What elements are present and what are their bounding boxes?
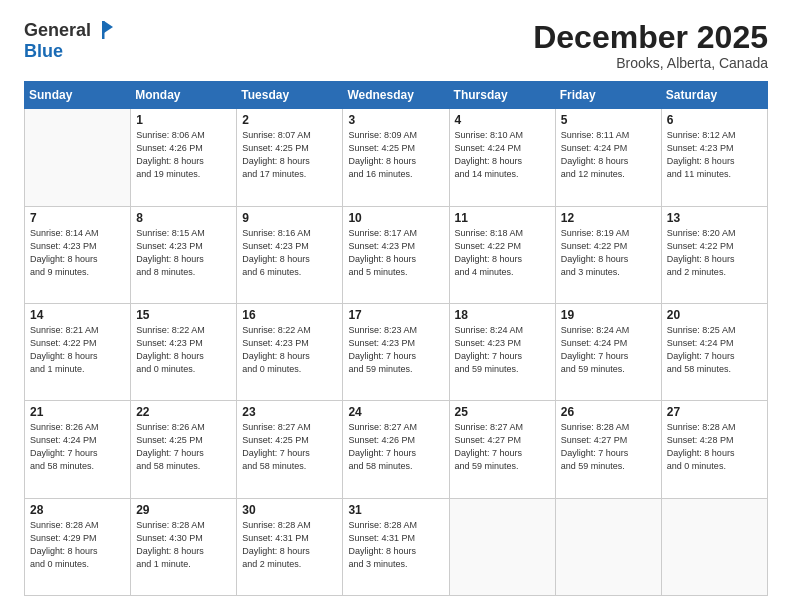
title-block: December 2025 Brooks, Alberta, Canada [533,20,768,71]
table-row: 29Sunrise: 8:28 AMSunset: 4:30 PMDayligh… [131,498,237,595]
table-row: 23Sunrise: 8:27 AMSunset: 4:25 PMDayligh… [237,401,343,498]
table-row [449,498,555,595]
day-info: Sunrise: 8:24 AMSunset: 4:23 PMDaylight:… [455,324,550,376]
day-number: 28 [30,503,125,517]
month-title: December 2025 [533,20,768,55]
header: General Blue December 2025 Brooks, Alber… [24,20,768,71]
day-info: Sunrise: 8:09 AMSunset: 4:25 PMDaylight:… [348,129,443,181]
day-info: Sunrise: 8:17 AMSunset: 4:23 PMDaylight:… [348,227,443,279]
day-info: Sunrise: 8:11 AMSunset: 4:24 PMDaylight:… [561,129,656,181]
table-row: 18Sunrise: 8:24 AMSunset: 4:23 PMDayligh… [449,303,555,400]
table-row [25,109,131,206]
day-number: 14 [30,308,125,322]
day-info: Sunrise: 8:22 AMSunset: 4:23 PMDaylight:… [242,324,337,376]
day-info: Sunrise: 8:06 AMSunset: 4:26 PMDaylight:… [136,129,231,181]
calendar-week-2: 7Sunrise: 8:14 AMSunset: 4:23 PMDaylight… [25,206,768,303]
day-number: 16 [242,308,337,322]
calendar-week-3: 14Sunrise: 8:21 AMSunset: 4:22 PMDayligh… [25,303,768,400]
svg-marker-0 [104,21,113,33]
col-header-sunday: Sunday [25,82,131,109]
table-row: 22Sunrise: 8:26 AMSunset: 4:25 PMDayligh… [131,401,237,498]
day-number: 4 [455,113,550,127]
table-row: 4Sunrise: 8:10 AMSunset: 4:24 PMDaylight… [449,109,555,206]
day-number: 20 [667,308,762,322]
day-number: 12 [561,211,656,225]
table-row: 26Sunrise: 8:28 AMSunset: 4:27 PMDayligh… [555,401,661,498]
day-info: Sunrise: 8:27 AMSunset: 4:27 PMDaylight:… [455,421,550,473]
day-number: 5 [561,113,656,127]
table-row: 2Sunrise: 8:07 AMSunset: 4:25 PMDaylight… [237,109,343,206]
table-row: 19Sunrise: 8:24 AMSunset: 4:24 PMDayligh… [555,303,661,400]
day-number: 11 [455,211,550,225]
table-row: 30Sunrise: 8:28 AMSunset: 4:31 PMDayligh… [237,498,343,595]
day-number: 1 [136,113,231,127]
day-info: Sunrise: 8:23 AMSunset: 4:23 PMDaylight:… [348,324,443,376]
day-info: Sunrise: 8:16 AMSunset: 4:23 PMDaylight:… [242,227,337,279]
day-info: Sunrise: 8:26 AMSunset: 4:24 PMDaylight:… [30,421,125,473]
table-row: 17Sunrise: 8:23 AMSunset: 4:23 PMDayligh… [343,303,449,400]
day-number: 9 [242,211,337,225]
day-number: 19 [561,308,656,322]
table-row: 15Sunrise: 8:22 AMSunset: 4:23 PMDayligh… [131,303,237,400]
day-info: Sunrise: 8:25 AMSunset: 4:24 PMDaylight:… [667,324,762,376]
logo-blue-text: Blue [24,41,63,62]
day-info: Sunrise: 8:28 AMSunset: 4:27 PMDaylight:… [561,421,656,473]
location: Brooks, Alberta, Canada [533,55,768,71]
logo-general-text: General [24,20,91,41]
logo-flag-icon [93,19,115,41]
day-info: Sunrise: 8:12 AMSunset: 4:23 PMDaylight:… [667,129,762,181]
page: General Blue December 2025 Brooks, Alber… [0,0,792,612]
day-info: Sunrise: 8:15 AMSunset: 4:23 PMDaylight:… [136,227,231,279]
table-row: 9Sunrise: 8:16 AMSunset: 4:23 PMDaylight… [237,206,343,303]
day-info: Sunrise: 8:27 AMSunset: 4:26 PMDaylight:… [348,421,443,473]
calendar-week-4: 21Sunrise: 8:26 AMSunset: 4:24 PMDayligh… [25,401,768,498]
day-number: 10 [348,211,443,225]
day-number: 3 [348,113,443,127]
table-row: 24Sunrise: 8:27 AMSunset: 4:26 PMDayligh… [343,401,449,498]
table-row: 7Sunrise: 8:14 AMSunset: 4:23 PMDaylight… [25,206,131,303]
day-number: 23 [242,405,337,419]
day-info: Sunrise: 8:28 AMSunset: 4:29 PMDaylight:… [30,519,125,571]
day-info: Sunrise: 8:21 AMSunset: 4:22 PMDaylight:… [30,324,125,376]
calendar-week-1: 1Sunrise: 8:06 AMSunset: 4:26 PMDaylight… [25,109,768,206]
day-number: 6 [667,113,762,127]
table-row: 12Sunrise: 8:19 AMSunset: 4:22 PMDayligh… [555,206,661,303]
table-row: 3Sunrise: 8:09 AMSunset: 4:25 PMDaylight… [343,109,449,206]
svg-rect-1 [102,21,105,39]
table-row: 14Sunrise: 8:21 AMSunset: 4:22 PMDayligh… [25,303,131,400]
calendar-week-5: 28Sunrise: 8:28 AMSunset: 4:29 PMDayligh… [25,498,768,595]
table-row: 31Sunrise: 8:28 AMSunset: 4:31 PMDayligh… [343,498,449,595]
day-number: 30 [242,503,337,517]
day-info: Sunrise: 8:28 AMSunset: 4:31 PMDaylight:… [348,519,443,571]
day-info: Sunrise: 8:27 AMSunset: 4:25 PMDaylight:… [242,421,337,473]
table-row: 1Sunrise: 8:06 AMSunset: 4:26 PMDaylight… [131,109,237,206]
day-number: 15 [136,308,231,322]
table-row: 27Sunrise: 8:28 AMSunset: 4:28 PMDayligh… [661,401,767,498]
day-number: 27 [667,405,762,419]
table-row: 20Sunrise: 8:25 AMSunset: 4:24 PMDayligh… [661,303,767,400]
col-header-thursday: Thursday [449,82,555,109]
day-info: Sunrise: 8:24 AMSunset: 4:24 PMDaylight:… [561,324,656,376]
table-row: 11Sunrise: 8:18 AMSunset: 4:22 PMDayligh… [449,206,555,303]
table-row [555,498,661,595]
day-info: Sunrise: 8:20 AMSunset: 4:22 PMDaylight:… [667,227,762,279]
day-info: Sunrise: 8:26 AMSunset: 4:25 PMDaylight:… [136,421,231,473]
day-info: Sunrise: 8:07 AMSunset: 4:25 PMDaylight:… [242,129,337,181]
col-header-wednesday: Wednesday [343,82,449,109]
table-row: 21Sunrise: 8:26 AMSunset: 4:24 PMDayligh… [25,401,131,498]
day-number: 29 [136,503,231,517]
table-row: 25Sunrise: 8:27 AMSunset: 4:27 PMDayligh… [449,401,555,498]
day-info: Sunrise: 8:28 AMSunset: 4:30 PMDaylight:… [136,519,231,571]
table-row: 5Sunrise: 8:11 AMSunset: 4:24 PMDaylight… [555,109,661,206]
col-header-friday: Friday [555,82,661,109]
calendar-header-row: Sunday Monday Tuesday Wednesday Thursday… [25,82,768,109]
day-number: 18 [455,308,550,322]
day-info: Sunrise: 8:10 AMSunset: 4:24 PMDaylight:… [455,129,550,181]
day-number: 2 [242,113,337,127]
col-header-monday: Monday [131,82,237,109]
day-info: Sunrise: 8:28 AMSunset: 4:31 PMDaylight:… [242,519,337,571]
col-header-saturday: Saturday [661,82,767,109]
table-row: 16Sunrise: 8:22 AMSunset: 4:23 PMDayligh… [237,303,343,400]
day-number: 31 [348,503,443,517]
logo: General Blue [24,20,115,62]
